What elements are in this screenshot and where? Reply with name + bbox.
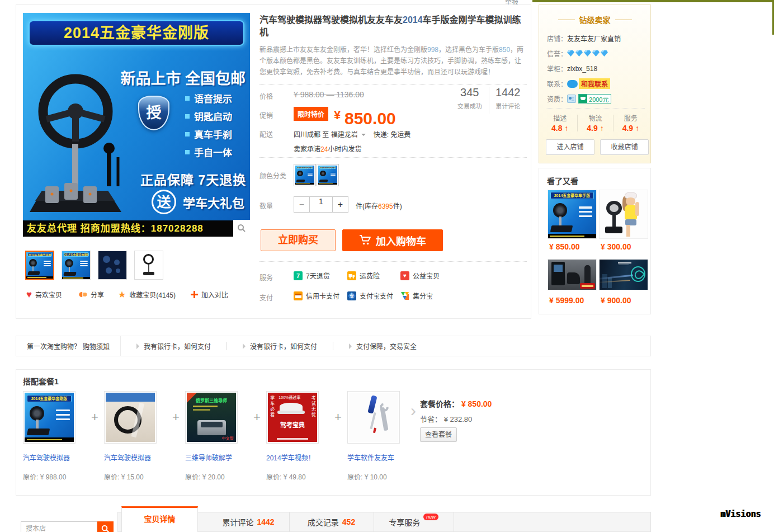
sku-option-1[interactable]: 2014五金豪华金刚版: [294, 164, 316, 186]
bundle-item-name-5[interactable]: 学车软件友友车: [347, 453, 409, 462]
bundle-item-image-4[interactable]: 学车必看100%通过率考试无忧驾考宝典: [266, 391, 319, 444]
poster-guarantee: 正品保障 7天退换: [140, 170, 246, 189]
also-viewed-thumb-1[interactable]: 2014五金豪华车手版: [548, 190, 597, 239]
view-bundle-button[interactable]: 查看套餐: [420, 427, 457, 442]
compare-button[interactable]: 加入对比: [191, 290, 228, 299]
credit-card-icon: [294, 291, 303, 300]
poster-feature-list: 语音提示 钥匙启动 真车手刹 手自一体: [185, 91, 232, 163]
tab-item-detail[interactable]: 宝贝详情: [121, 506, 198, 532]
tab-sales-record[interactable]: 成交记录452: [289, 512, 374, 531]
also-viewed-price-3[interactable]: ¥ 5999.00: [549, 296, 598, 305]
id-verification-icon[interactable]: [567, 95, 576, 103]
thumb-dark-poster: [98, 251, 126, 279]
faq-link-3[interactable]: 支付保障，交易安全: [333, 336, 432, 356]
reviews-stat[interactable]: 1442累计评论: [489, 86, 527, 115]
shop-name[interactable]: 友友车友厂家直销: [567, 34, 621, 43]
bundle-item-image-5[interactable]: [347, 391, 400, 444]
payment-jifenbao[interactable]: 集分宝: [400, 291, 433, 300]
bundle-item-name-2[interactable]: 汽车驾驶模拟器: [104, 453, 166, 462]
main-product-image[interactable]: 2014五金豪华金刚版 新品上市 全国包邮 授: [23, 13, 250, 237]
plus-icon: [191, 291, 198, 298]
favorite-item-button[interactable]: ★收藏宝贝(4145): [118, 290, 176, 299]
contact-me-button[interactable]: 和我联系: [579, 78, 610, 89]
new-badge: new: [423, 514, 438, 520]
buy-now-button[interactable]: 立即购买: [261, 229, 336, 251]
service-freight-insurance[interactable]: 运费险: [347, 271, 380, 280]
cart-icon: [359, 235, 371, 246]
deposit-badge[interactable]: 2000元: [578, 94, 611, 103]
poster-banner: 2014五金豪华金刚版: [29, 20, 244, 46]
thumb-poster: 2014五金豪华金刚版: [26, 252, 53, 279]
product-subtitle: 新品震撼上市友友车友金刚版，奢华！选择红色为金刚版998，选择黑色为车手版850…: [259, 44, 527, 78]
quantity-minus-button[interactable]: −: [294, 196, 310, 213]
plus-separator: +: [172, 410, 180, 425]
quantity-plus-button[interactable]: +: [332, 196, 348, 213]
seller-rows: 店铺：友友车友厂家直销 信誉： 掌柜：zlxbx_518 联系：和我联系 资质：…: [547, 31, 645, 106]
bundle-item-image-2[interactable]: [104, 391, 157, 444]
poster-gift: 送 学车大礼包: [152, 190, 244, 214]
truck-icon: [347, 271, 356, 280]
bullet-icon: [185, 96, 190, 101]
shipping-promise: 卖家承诺24小时内发货: [294, 144, 361, 153]
shop-search-input[interactable]: [21, 521, 97, 532]
also-viewed-thumb-2[interactable]: [599, 190, 648, 239]
payment-alipay[interactable]: 支支付宝支付: [347, 291, 393, 300]
also-viewed-price-1[interactable]: ¥ 850.00: [549, 242, 598, 251]
bundle-item-image-3[interactable]: 俄罗斯三维导师中文版: [185, 391, 238, 444]
add-to-cart-button[interactable]: 加入购物车: [342, 229, 443, 251]
gallery-thumb-1[interactable]: 2014五金豪华金刚版: [25, 251, 54, 280]
promo-price-value: 850.00: [344, 109, 396, 128]
seller-ratings: 描述4.8 ↑ 物流4.9 ↑ 服务4.9 ↑: [539, 114, 652, 133]
favorite-shop-button[interactable]: 收藏店铺: [600, 139, 649, 155]
sku-option-2[interactable]: 2014五金豪华金刚版: [317, 164, 339, 186]
up-arrow-icon: ↑: [564, 124, 568, 133]
share-button[interactable]: 分享: [79, 290, 104, 299]
gallery-thumb-3[interactable]: [98, 251, 127, 280]
deals-stat[interactable]: 345交易成功: [451, 86, 489, 115]
bundle-item-name-3[interactable]: 三维导师破解学: [185, 453, 247, 462]
alipay-icon: 支: [347, 291, 356, 300]
chat-bubble-icon[interactable]: [567, 80, 578, 88]
currency-symbol: ¥: [334, 108, 341, 123]
gallery-thumb-4[interactable]: [134, 251, 163, 280]
tab-exclusive-service[interactable]: 专享服务new: [374, 512, 454, 531]
tab-reviews[interactable]: 累计评论1442: [207, 512, 289, 531]
bundle-item-name-1[interactable]: 汽车驾驶模拟器: [23, 453, 84, 462]
arrow-right-icon: [136, 343, 139, 349]
zoom-icon[interactable]: [233, 220, 250, 237]
seven-day-return-icon: 7: [294, 271, 303, 280]
services-label: 服务: [259, 272, 273, 282]
shop-search-button[interactable]: [97, 521, 114, 532]
seller-rank-header: 钻级卖家: [539, 14, 650, 25]
seller-owner-row: 掌柜：zlxbx_518: [547, 61, 645, 76]
faq-link-2[interactable]: 没有银行卡，如何支付: [227, 336, 333, 356]
stock-info: 件(库存6395件): [356, 201, 402, 210]
payments-label: 支付: [259, 293, 273, 302]
chevron-down-icon[interactable]: [361, 134, 366, 138]
watermark: mVisions: [720, 509, 761, 519]
also-viewed-thumb-3[interactable]: [548, 259, 597, 290]
also-viewed-thumb-4[interactable]: [599, 259, 648, 290]
gallery-thumb-2[interactable]: 2014五金豪华金刚版: [62, 251, 91, 280]
also-viewed-price-2[interactable]: ¥ 300.00: [601, 242, 650, 251]
payment-credit-card[interactable]: 信用卡支付: [294, 291, 339, 300]
enter-shop-button[interactable]: 进入店铺: [546, 139, 594, 155]
gift-circle-badge: 送: [152, 190, 176, 214]
like-item-button[interactable]: ♥喜欢宝贝: [26, 290, 62, 299]
shopping-guide-link[interactable]: 购物须知: [83, 341, 110, 351]
also-viewed-panel: 看了又看 2014五金豪华车手版 ¥ 850.00 ¥ 300.00 ¥ 599…: [539, 168, 651, 314]
service-charity[interactable]: ♥公益宝贝: [400, 271, 440, 280]
service-return[interactable]: 77天退货: [294, 271, 330, 280]
poster-hotline: 友友总代理 招商加盟热线：187028288: [23, 220, 250, 237]
poster-feature: 钥匙启动: [185, 109, 232, 123]
diamond-icon: [601, 50, 608, 57]
quantity-input[interactable]: 1: [309, 196, 333, 213]
also-viewed-price-4[interactable]: ¥ 900.00: [601, 296, 650, 305]
shipping-route[interactable]: 四川成都 至 福建龙岩快递: 免运费: [294, 129, 410, 139]
carousel-next-icon[interactable]: ›: [410, 401, 416, 420]
bundle-item-name-4[interactable]: 2014学车视频！: [266, 453, 328, 462]
faq-link-1[interactable]: 我有银行卡，如何支付: [121, 336, 226, 356]
faq-first-cell: 第一次淘宝购物？购物须知: [16, 336, 121, 356]
bundle-item-image-1[interactable]: 2014五金豪华金刚版: [23, 391, 75, 444]
quantity-label: 数量: [259, 201, 273, 210]
